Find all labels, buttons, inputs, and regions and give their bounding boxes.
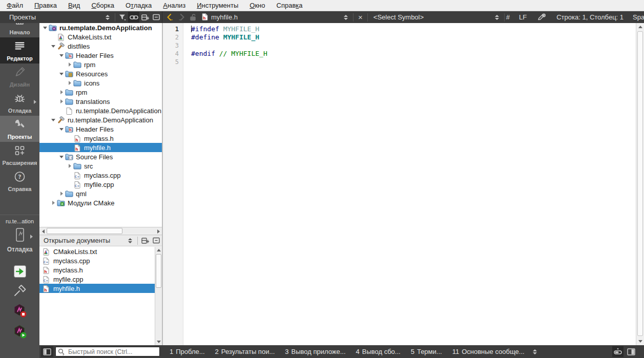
- document-stepper-icon[interactable]: [340, 12, 351, 23]
- tree-item-модули-cmake[interactable]: Модули CMake: [39, 198, 162, 207]
- split-panel-icon[interactable]: [139, 235, 151, 246]
- tree-item-header-files[interactable]: hHeader Files: [39, 51, 162, 60]
- tree-hscrollbar[interactable]: [39, 227, 162, 234]
- output-pane-3[interactable]: 3Вывод приложе...: [280, 346, 350, 357]
- open-document-name[interactable]: myhfile.h: [211, 13, 238, 21]
- debug-run-button[interactable]: [12, 324, 28, 341]
- expander-icon[interactable]: [58, 90, 65, 94]
- expander-icon[interactable]: [58, 156, 65, 158]
- sync-with-editor-icon[interactable]: [128, 12, 139, 23]
- tree-item-myfile.cpp[interactable]: C+myfile.cpp: [39, 180, 162, 189]
- tree-item-myclass.h[interactable]: hmyclass.h: [39, 134, 162, 143]
- expander-icon[interactable]: [67, 164, 73, 168]
- split-panel-icon[interactable]: [139, 12, 151, 23]
- scroll-left-icon[interactable]: [39, 228, 47, 235]
- tree-item-rpm[interactable]: rpm: [39, 88, 162, 97]
- scroll-right-icon[interactable]: [155, 228, 162, 235]
- scroll-thumb[interactable]: [637, 31, 643, 336]
- tree-item-myhfile.h[interactable]: hmyhfile.h: [39, 143, 162, 152]
- open-doc-myclass.cpp[interactable]: C+myclass.cpp: [39, 256, 155, 265]
- expander-icon[interactable]: [50, 201, 56, 205]
- output-pane-stepper-icon[interactable]: [529, 346, 541, 357]
- scroll-down-icon[interactable]: [637, 338, 644, 345]
- open-doc-myhfile.h[interactable]: hmyhfile.h: [39, 284, 155, 293]
- forward-icon[interactable]: [176, 12, 187, 23]
- tree-item-distfiles[interactable]: distfiles: [39, 41, 162, 51]
- menu-инструменты[interactable]: Инструменты: [191, 1, 244, 10]
- menu-окно[interactable]: Окно: [244, 1, 271, 10]
- expander-icon[interactable]: [67, 62, 73, 67]
- open-doc-myclass.h[interactable]: hmyclass.h: [39, 265, 155, 275]
- open-doc-cmakelists.txt[interactable]: CMakeLists.txt: [39, 247, 155, 256]
- menu-анализ[interactable]: Анализ: [157, 1, 191, 10]
- panel-selector-stepper-icon[interactable]: [102, 12, 113, 23]
- tree-item-rpm[interactable]: rpm: [39, 60, 162, 69]
- code-line[interactable]: #ifndef MYHFILE_H: [191, 25, 636, 33]
- close-panel-icon[interactable]: [151, 235, 162, 246]
- tree-item-ru.template.demoapplication[interactable]: ru.template.DemoApplication: [39, 23, 162, 32]
- open-documents-title[interactable]: Открытые документы: [44, 237, 124, 244]
- panel-right-icon[interactable]: [626, 346, 637, 357]
- mode-справка[interactable]: ?Справка: [0, 168, 39, 194]
- code-line[interactable]: [191, 41, 636, 50]
- expander-icon[interactable]: [58, 54, 65, 57]
- scroll-up-icon[interactable]: [637, 24, 644, 30]
- code-line[interactable]: [191, 58, 636, 66]
- tree-item-header-files[interactable]: hHeader Files: [39, 124, 162, 134]
- tree-item-resources[interactable]: Resources: [39, 69, 162, 78]
- close-panel-icon[interactable]: [151, 12, 162, 23]
- toggle-left-sidebar-icon[interactable]: [41, 346, 53, 357]
- mode-редактор[interactable]: Редактор: [0, 37, 39, 64]
- run-button[interactable]: [13, 264, 27, 280]
- menu-сборка[interactable]: Сборка: [86, 1, 120, 10]
- expander-icon[interactable]: [58, 128, 65, 131]
- line-ending-indicator[interactable]: LF: [519, 13, 527, 21]
- debug-stop-button[interactable]: [12, 303, 28, 320]
- symbol-selector[interactable]: <Select Symbol>: [373, 13, 491, 21]
- tree-item-qml[interactable]: qml: [39, 189, 162, 198]
- kit-selector[interactable]: ru.te...ation Отладка: [0, 218, 39, 253]
- build-hammer-button[interactable]: [13, 284, 27, 299]
- cursor-position[interactable]: Строка: 1, Столбец: 1: [556, 13, 624, 21]
- menu-файл[interactable]: Файл: [1, 1, 29, 10]
- menu-вид[interactable]: Вид: [63, 1, 86, 10]
- code-line[interactable]: #define MYHFILE_H: [191, 33, 636, 41]
- menu-отладка[interactable]: Отладка: [120, 1, 157, 10]
- tree-item-source-files[interactable]: C+Source Files: [39, 152, 162, 161]
- output-pane-5[interactable]: 5Терми...: [406, 346, 447, 357]
- tree-item-translations[interactable]: translations: [39, 97, 162, 106]
- scroll-down-icon[interactable]: [155, 339, 162, 345]
- indentation-indicator[interactable]: Spaces: 4: [633, 13, 644, 21]
- expander-icon[interactable]: [67, 81, 73, 85]
- mode-расширения[interactable]: Расширения: [0, 142, 39, 168]
- back-icon[interactable]: [164, 12, 176, 23]
- output-pane-2[interactable]: 2Результаты пои...: [211, 346, 280, 357]
- panel-stepper-icon[interactable]: [124, 235, 136, 246]
- expander-icon[interactable]: [58, 73, 65, 75]
- tree-item-ru.template.demoapplication[interactable]: ru.template.DemoApplication: [39, 106, 162, 115]
- output-pane-11[interactable]: 11Основные сообще...: [448, 346, 529, 357]
- docs-vscrollbar[interactable]: [155, 247, 162, 345]
- code-area[interactable]: #ifndef MYHFILE_H#define MYHFILE_H#endif…: [184, 23, 636, 345]
- symbol-stepper-icon[interactable]: [491, 12, 503, 23]
- tree-item-src[interactable]: src: [39, 161, 162, 171]
- expander-icon[interactable]: [58, 192, 65, 196]
- expander-icon[interactable]: [50, 119, 56, 121]
- close-document-icon[interactable]: ×: [355, 13, 366, 22]
- code-editor[interactable]: 12345 #ifndef MYHFILE_H#define MYHFILE_H…: [163, 23, 636, 345]
- filter-icon[interactable]: [117, 12, 128, 23]
- open-doc-myfile.cpp[interactable]: C+myfile.cpp: [39, 275, 155, 284]
- expander-icon[interactable]: [42, 27, 48, 29]
- tree-item-myclass.cpp[interactable]: C+myclass.cpp: [39, 171, 162, 180]
- menu-справка[interactable]: Справка: [271, 1, 308, 10]
- expander-icon[interactable]: [58, 99, 65, 103]
- pin-hash-icon[interactable]: #: [506, 13, 510, 21]
- scroll-up-icon[interactable]: [155, 247, 162, 254]
- menu-правка[interactable]: Правка: [29, 1, 63, 10]
- scroll-thumb[interactable]: [47, 228, 122, 234]
- output-pane-1[interactable]: 1Пробле...: [165, 346, 210, 357]
- mode-проекты[interactable]: Проекты: [0, 116, 39, 142]
- maximize-output-icon[interactable]: [612, 346, 624, 357]
- panel-selector[interactable]: Проекты: [9, 13, 102, 21]
- output-pane-4[interactable]: 4Вывод сбо...: [351, 346, 405, 357]
